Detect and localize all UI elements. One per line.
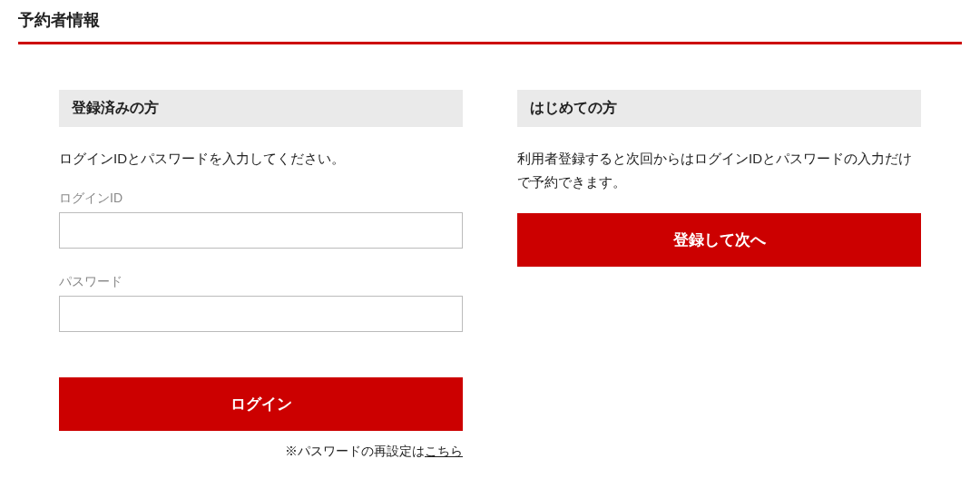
password-group: パスワード: [59, 274, 463, 332]
registered-column: 登録済みの方 ログインIDとパスワードを入力してください。 ログインID パスワ…: [59, 90, 463, 460]
login-button[interactable]: ログイン: [59, 377, 463, 431]
registered-heading: 登録済みの方: [59, 90, 463, 127]
page-title: 予約者情報: [18, 9, 962, 42]
password-input[interactable]: [59, 296, 463, 332]
login-id-group: ログインID: [59, 190, 463, 249]
firsttime-column: はじめての方 利用者登録すると次回からはログインIDとパスワードの入力だけで予約…: [517, 90, 921, 460]
password-reset-note: ※パスワードの再設定はこちら: [59, 444, 463, 460]
login-id-input[interactable]: [59, 212, 463, 249]
login-id-label: ログインID: [59, 190, 463, 207]
firsttime-heading: はじめての方: [517, 90, 921, 127]
register-button[interactable]: 登録して次へ: [517, 213, 921, 267]
password-reset-prefix: ※パスワードの再設定は: [285, 444, 425, 458]
firsttime-description: 利用者登録すると次回からはログインIDとパスワードの入力だけで予約できます。: [517, 147, 921, 193]
registered-description: ログインIDとパスワードを入力してください。: [59, 147, 463, 171]
content-columns: 登録済みの方 ログインIDとパスワードを入力してください。 ログインID パスワ…: [18, 44, 962, 487]
password-label: パスワード: [59, 274, 463, 290]
password-reset-link[interactable]: こちら: [425, 444, 463, 458]
